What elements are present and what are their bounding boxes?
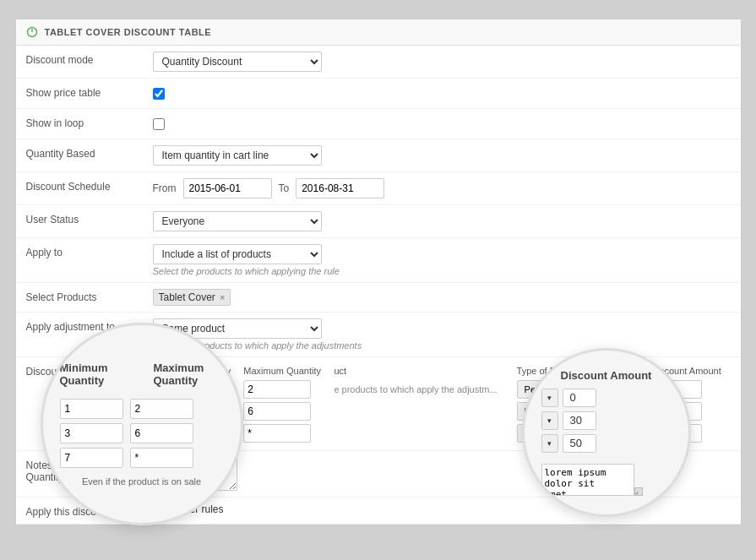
da-value-2: 30 — [563, 411, 596, 430]
mag-sale-note: Even if the product is on sale — [60, 476, 224, 487]
mag-textarea[interactable]: lorem ipsum dolor sit amet, consectetur — [541, 464, 634, 496]
user-status-label: User Status — [26, 211, 153, 226]
mag-row-1 — [60, 399, 224, 419]
show-in-loop-row: Show in loop — [16, 109, 741, 139]
show-price-table-checkbox[interactable] — [153, 88, 165, 100]
to-label: To — [279, 182, 290, 194]
discount-schedule-row: Discount Schedule From To — [16, 172, 741, 205]
mag-min-3[interactable] — [60, 448, 123, 468]
discount-mode-content: Quantity Discount — [153, 52, 731, 72]
quantity-based-content: Item quantity in cart line — [153, 145, 731, 166]
product-tag: Tablet Cover × — [153, 289, 231, 306]
max-qty-input-2[interactable] — [243, 402, 311, 421]
date-row: From To — [153, 178, 731, 198]
select-products-label: Select Products — [26, 289, 153, 303]
mag-textarea-wrapper: lorem ipsum dolor sit amet, consectetur … — [541, 464, 672, 496]
magnify-left-circle: Minimum Quantity Maximum Quantity Even i… — [41, 323, 243, 525]
apply-to-select[interactable]: Include a list of products — [153, 244, 322, 264]
mag-row-2 — [60, 423, 224, 443]
discount-schedule-content: From To — [153, 178, 731, 198]
show-price-table-row: Show price table — [16, 79, 741, 109]
product-note-1: e products to which apply the adjustm... — [334, 384, 497, 394]
mag-left-max-title: Maximum Quantity — [153, 362, 223, 387]
da-value-3: 50 — [563, 434, 596, 453]
power-icon — [26, 26, 38, 38]
apply-adjustment-subtext: Select the products to which apply the a… — [153, 340, 731, 351]
mag-max-3[interactable] — [130, 448, 193, 468]
resize-handle[interactable]: ⌟ — [634, 487, 643, 496]
mag-row-3 — [60, 448, 224, 468]
apply-to-content: Include a list of products Select the pr… — [153, 244, 731, 276]
da-value-1: 0 — [563, 389, 596, 407]
apply-to-subtext: Select the products to which applying th… — [153, 266, 731, 276]
show-in-loop-label: Show in loop — [26, 115, 153, 129]
apply-adjustment-content: Same product Select the products to whic… — [153, 318, 731, 351]
to-date-input[interactable] — [296, 178, 384, 198]
quantity-based-row: Quantity Based Item quantity in cart lin… — [16, 139, 741, 172]
panel-title: TABLET COVER DISCOUNT TABLE — [45, 27, 212, 37]
discount-schedule-label: Discount Schedule — [26, 178, 153, 193]
quantity-based-select[interactable]: Item quantity in cart line — [153, 145, 322, 166]
mag-max-2[interactable] — [130, 423, 193, 443]
user-status-content: Everyone — [153, 211, 731, 231]
mag-right-title: Discount Amount — [541, 369, 672, 382]
discount-mode-label: Discount mode — [26, 52, 153, 66]
mag-min-1[interactable] — [60, 399, 123, 419]
col-max-qty: Maximum Quantity — [240, 363, 330, 378]
mag-left-min-title: Minimum Quantity — [60, 362, 128, 387]
tag-value: Tablet Cover — [159, 291, 215, 303]
select-products-content: Tablet Cover × — [153, 289, 731, 306]
max-qty-input-1[interactable] — [243, 380, 311, 399]
show-price-table-content — [153, 84, 731, 102]
apply-to-row: Apply to Include a list of products Sele… — [16, 238, 741, 283]
dropdown-arrow-3[interactable]: ▾ — [541, 434, 558, 453]
mag-max-1[interactable] — [130, 399, 193, 419]
dropdown-arrow-2[interactable]: ▾ — [541, 411, 558, 430]
max-qty-input-3[interactable] — [243, 424, 311, 443]
user-status-select[interactable]: Everyone — [153, 211, 322, 231]
discount-mode-select[interactable]: Quantity Discount — [153, 52, 322, 72]
mag-da-row-2: ▾ 30 — [541, 411, 672, 430]
tag-remove-button[interactable]: × — [220, 292, 225, 302]
show-price-table-label: Show price table — [26, 84, 153, 99]
from-date-input[interactable] — [183, 178, 272, 198]
dropdown-arrow-1[interactable]: ▾ — [541, 389, 558, 407]
select-products-row: Select Products Tablet Cover × — [16, 283, 741, 313]
user-status-row: User Status Everyone — [16, 205, 741, 238]
apply-to-label: Apply to — [26, 244, 153, 258]
panel-title-bar: TABLET COVER DISCOUNT TABLE — [16, 19, 741, 46]
show-in-loop-content — [153, 115, 731, 133]
col-product: uct — [330, 363, 513, 378]
discount-mode-row: Discount mode Quantity Discount — [16, 46, 741, 79]
quantity-based-label: Quantity Based — [26, 145, 153, 160]
show-in-loop-checkbox[interactable] — [153, 118, 165, 130]
mag-da-row-1: ▾ 0 — [541, 389, 672, 407]
mag-da-row-3: ▾ 50 — [541, 434, 672, 453]
mag-min-2[interactable] — [60, 423, 123, 443]
from-label: From — [153, 182, 177, 194]
magnify-right-circle: Discount Amount ▾ 0 ▾ 30 ▾ 50 lorem ipsu… — [522, 348, 691, 517]
